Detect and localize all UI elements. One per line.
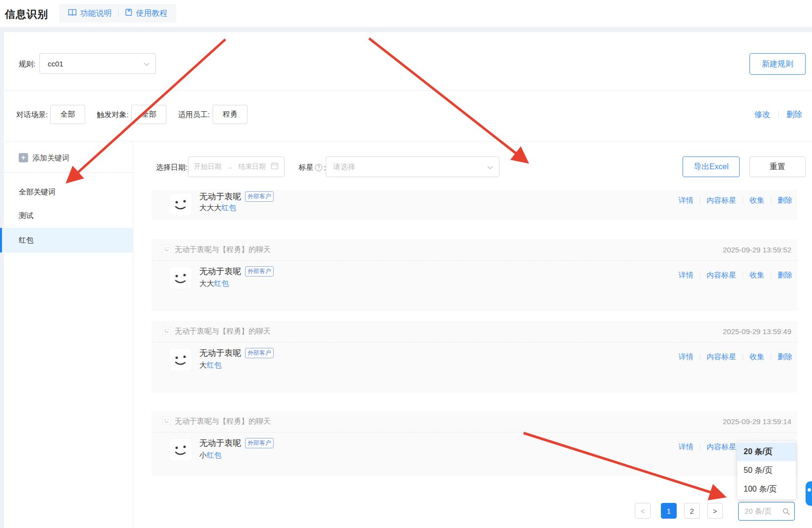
page-button-2[interactable]: 2 [684, 503, 700, 519]
tutorial-link[interactable]: 使用教程 [125, 8, 167, 19]
page-size-select[interactable]: 20 条/页 [738, 502, 795, 521]
rule-label: 规则: [19, 60, 35, 69]
collect-link[interactable]: 收集 [750, 352, 764, 362]
divider [4, 141, 812, 142]
detail-link[interactable]: 详情 [679, 352, 693, 362]
message-text: 大大红包 [199, 279, 229, 288]
message-text: 大大大红包 [199, 203, 236, 213]
keyword-link[interactable]: 红包 [207, 451, 221, 459]
detail-link[interactable]: 详情 [679, 196, 693, 205]
chevron-down-icon [144, 59, 150, 68]
new-rule-button[interactable]: 新建规则 [750, 53, 806, 75]
user-name: 无动于衷呢 [199, 191, 241, 202]
sidebar-item-test[interactable]: 测试 [0, 203, 133, 228]
divider [4, 90, 812, 91]
sidebar-item-redpacket[interactable]: 红包 [0, 228, 133, 252]
detail-link[interactable]: 详情 [679, 271, 693, 280]
external-customer-tag: 外部客户 [245, 266, 274, 277]
modify-link[interactable]: 修改 [754, 110, 770, 120]
mini-avatar-icon [162, 326, 171, 337]
floating-side-button[interactable] [806, 481, 812, 506]
question-circle-icon[interactable]: ? [315, 164, 322, 171]
staff-filter-button[interactable]: 程勇 [213, 105, 248, 124]
staff-label: 适用员工: [178, 110, 210, 120]
page-size-option-20[interactable]: 20 条/页 [737, 442, 796, 461]
scene-label: 对话场景: [16, 110, 48, 120]
end-date-placeholder: 结束日期 [238, 162, 266, 171]
divider [771, 354, 771, 361]
timestamp: 2025-09-29 13:59:52 [723, 246, 791, 254]
divider [743, 272, 743, 279]
tutorial-label: 使用教程 [136, 8, 167, 19]
delete-rule-link[interactable]: 删除 [786, 110, 802, 120]
chat-group-header: 无动于衷呢与【程勇】的聊天 2025-09-29 13:59:14 [152, 411, 797, 433]
page-size-value: 20 条/页 [745, 507, 772, 516]
mini-avatar-icon [162, 416, 171, 427]
scene-filter-button[interactable]: 全部 [50, 105, 85, 124]
divider [771, 272, 771, 279]
star-select[interactable]: 请选择 [326, 156, 500, 177]
next-page-button[interactable]: > [707, 503, 723, 519]
feature-description-label: 功能说明 [80, 8, 112, 19]
record-actions: 详情 内容标星 收集 删除 [679, 196, 792, 205]
star-select-placeholder: 请选择 [333, 162, 355, 172]
keyword-link[interactable]: 红包 [221, 203, 236, 212]
star-label-group: 标星 ? : [299, 163, 326, 172]
content-star-link[interactable]: 内容标星 [707, 352, 736, 362]
external-customer-tag: 外部客户 [245, 191, 274, 202]
sidebar-border [133, 142, 133, 528]
content-star-link[interactable]: 内容标星 [707, 271, 736, 280]
page-size-option-100[interactable]: 100 条/页 [737, 480, 796, 498]
delete-record-link[interactable]: 删除 [778, 196, 792, 205]
plus-icon: + [19, 153, 28, 162]
external-customer-tag: 外部客户 [245, 438, 274, 448]
collect-link[interactable]: 收集 [750, 196, 764, 205]
user-name: 无动于衷呢 [199, 437, 241, 449]
record-card: 无动于衷呢与【程勇】的聊天 2025-09-29 13:59:52 无动于衷呢 … [152, 239, 797, 311]
date-range-picker[interactable]: 开始日期 → 结束日期 [188, 156, 284, 177]
rule-select[interactable]: cc01 [39, 53, 156, 74]
detail-link[interactable]: 详情 [679, 442, 693, 452]
divider [771, 197, 771, 204]
collect-link[interactable]: 收集 [750, 271, 764, 280]
add-keyword-button[interactable]: 添加关键词 [32, 154, 69, 163]
divider [743, 197, 743, 204]
user-avatar [169, 438, 192, 461]
user-name: 无动于衷呢 [199, 347, 241, 359]
page-button-1[interactable]: 1 [661, 503, 677, 519]
sidebar-item-all-keywords[interactable]: 全部关键词 [0, 180, 133, 204]
prev-page-button[interactable]: < [635, 503, 651, 519]
user-avatar [169, 267, 192, 289]
message-prefix: 大大大 [199, 203, 221, 212]
keyword-link[interactable]: 红包 [207, 361, 221, 369]
user-name-line: 无动于衷呢 外部客户 [199, 437, 274, 449]
user-name-line: 无动于衷呢 外部客户 [199, 266, 274, 277]
export-excel-button[interactable]: 导出Excel [683, 156, 740, 177]
star-label: 标星 [299, 163, 313, 172]
chevron-down-icon [487, 162, 493, 171]
mini-avatar-icon [162, 245, 171, 255]
chat-group-header: 无动于衷呢与【程勇】的聊天 2025-09-29 13:59:52 [152, 239, 797, 261]
delete-record-link[interactable]: 删除 [778, 271, 792, 280]
trigger-filter-button[interactable]: 全部 [131, 105, 166, 124]
external-customer-tag: 外部客户 [245, 348, 274, 358]
user-avatar [169, 193, 192, 216]
message-prefix: 小 [199, 451, 207, 459]
content-star-link[interactable]: 内容标星 [707, 442, 736, 452]
rule-select-value: cc01 [48, 60, 63, 68]
keyword-link[interactable]: 红包 [214, 279, 229, 287]
feature-description-link[interactable]: 功能说明 [68, 8, 112, 19]
reset-button[interactable]: 重置 [750, 156, 806, 177]
divider [700, 197, 700, 204]
divider [118, 9, 119, 17]
message-prefix: 大 [199, 361, 207, 369]
delete-record-link[interactable]: 删除 [778, 352, 792, 362]
start-date-placeholder: 开始日期 [194, 162, 221, 171]
page-size-option-50[interactable]: 50 条/页 [737, 461, 796, 480]
content-star-link[interactable]: 内容标星 [707, 196, 736, 205]
book-icon [68, 9, 77, 18]
calendar-icon [271, 162, 279, 172]
divider [743, 354, 743, 361]
divider [700, 444, 700, 451]
chat-title: 无动于衷呢与【程勇】的聊天 [175, 327, 271, 336]
